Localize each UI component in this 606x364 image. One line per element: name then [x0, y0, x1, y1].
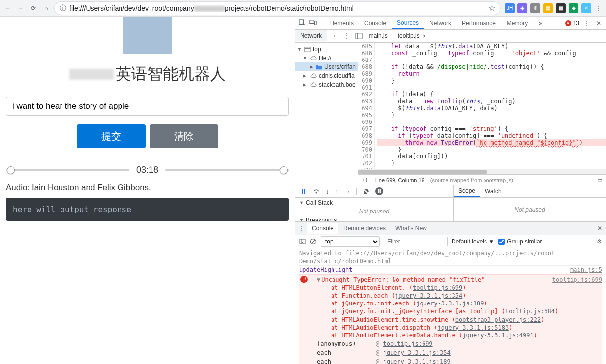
tabs-overflow-icon[interactable]: » [534, 18, 547, 29]
tab-elements[interactable]: Elements [324, 18, 359, 29]
tree-item-users[interactable]: ▶Users/crifan [295, 62, 358, 71]
stack-link[interactable]: tooltip.js:699 [413, 284, 462, 291]
slider-right[interactable] [165, 169, 289, 171]
step-into-button[interactable]: ↓ [326, 188, 329, 195]
back-button[interactable]: ← [4, 4, 12, 12]
error-count[interactable]: ✕ 13 [565, 20, 579, 27]
device-icon[interactable] [308, 19, 318, 27]
console-settings-icon[interactable]: ⚙ [597, 238, 602, 245]
tab-sources[interactable]: Sources [392, 17, 424, 29]
ext-icon-5[interactable]: ▩ [556, 3, 566, 13]
home-button[interactable]: ⌂ [42, 4, 50, 12]
step-over-button[interactable] [313, 188, 320, 195]
console-filter-input[interactable] [384, 237, 448, 246]
ext-icon-1[interactable]: JH [505, 3, 515, 13]
pane-menu-icon[interactable]: ⋮ [340, 32, 352, 39]
drawer-tab-remote[interactable]: Remote devices [338, 223, 391, 234]
sources-pane-tab[interactable]: Network [295, 30, 327, 41]
browser-menu-icon[interactable]: ⋮ [594, 4, 602, 12]
console-sidebar-toggle-icon[interactable] [299, 238, 306, 245]
ext-icon-2[interactable]: ◉ [517, 3, 527, 13]
stack-link[interactable]: jquery-3.3.1.js:354 [395, 292, 462, 299]
anon-link[interactable]: jquery-3.3.1.js:189 [383, 358, 450, 364]
svg-point-9 [316, 192, 317, 194]
ext-icon-7[interactable]: ✕ [581, 3, 591, 13]
clear-button[interactable]: 清除 [150, 124, 218, 148]
anon-link[interactable]: jquery-3.3.1.js:354 [383, 349, 450, 356]
console-output[interactable]: Navigated to file:///Users/crifan/dev/de… [295, 248, 606, 364]
nav-link[interactable]: Demo/static/robotDemo.html [299, 257, 392, 265]
tree-item-cdnjs[interactable]: ▶cdnjs.cloudfla [295, 71, 358, 80]
code-horizontal-scrollbar[interactable] [358, 169, 606, 174]
sidebar-toggle-icon[interactable] [354, 32, 364, 40]
source-map-info: (source mapped from bootstrap.js) [430, 177, 513, 183]
drawer-tab-console[interactable]: Console [307, 223, 338, 234]
tab-scope[interactable]: Scope [454, 185, 480, 197]
step-button[interactable]: → [344, 188, 350, 195]
tree-item-top[interactable]: ▼top [295, 45, 358, 54]
inspect-icon[interactable] [297, 19, 307, 27]
reload-button[interactable]: ⟳ [30, 4, 37, 12]
not-paused-message: Not paused [454, 198, 606, 221]
query-input[interactable] [6, 97, 289, 116]
stack-link[interactable]: jquery-3.3.1.js:4991 [462, 332, 534, 339]
step-out-button[interactable]: ↑ [335, 188, 338, 195]
drawer-close-icon[interactable]: ✕ [593, 225, 606, 232]
star-icon[interactable]: ☆ [488, 3, 495, 13]
coverage-icon[interactable]: ▭ [597, 177, 602, 183]
stack-frame: at HTMLButtonElement. (tooltip.js:699) [299, 284, 602, 292]
stack-frame: at HTMLAudioElement.elemData.handle (jqu… [299, 332, 602, 339]
code-content[interactable]: let data = $(this).data(DATA_KEY) const … [375, 43, 606, 169]
submit-button[interactable]: 提交 [77, 124, 146, 148]
call-stack-header[interactable]: ▼Call Stack [295, 198, 453, 208]
svg-rect-8 [304, 189, 305, 194]
extension-icons: JH ◉ ❋ ▦ ▩ ◆ ✕ ⋮ [505, 3, 602, 13]
group-similar-checkbox[interactable]: Group similar [498, 238, 542, 245]
tab-network[interactable]: Network [424, 18, 456, 29]
tab-console[interactable]: Console [360, 18, 391, 29]
pause-button[interactable] [300, 188, 307, 195]
error-icon: ✕ [565, 20, 571, 26]
slider-handle-right[interactable] [280, 166, 288, 174]
pane-overflow-icon[interactable]: » [327, 30, 340, 41]
svg-rect-2 [314, 21, 316, 25]
stack-link[interactable]: tooltip.js:684 [505, 308, 555, 315]
deactivate-breakpoints-button[interactable] [363, 188, 369, 195]
close-icon[interactable]: × [423, 32, 426, 40]
scroll-thumb[interactable] [358, 170, 487, 174]
file-tab-main[interactable]: main.js [364, 30, 393, 41]
format-icon[interactable]: {} [362, 177, 368, 183]
stack-link[interactable]: bootstrap3_player.js:222 [455, 316, 541, 323]
log-levels-dropdown[interactable]: Default levels ▼ [452, 238, 494, 245]
log-message: updateHighlight [299, 266, 352, 273]
tab-memory[interactable]: Memory [502, 18, 533, 29]
devtools-menu-icon[interactable]: ⋮ [580, 20, 592, 27]
pause-on-exceptions-button[interactable] [375, 187, 383, 195]
slider-left[interactable] [6, 169, 129, 171]
tab-watch[interactable]: Watch [480, 186, 507, 197]
tab-performance[interactable]: Performance [457, 18, 501, 29]
log-source[interactable]: main.js:5 [570, 266, 602, 273]
stack-link[interactable]: jquery-3.3.1.js:189 [416, 300, 484, 307]
devtools-close-icon[interactable]: ✕ [593, 20, 604, 27]
tree-item-file[interactable]: ▼file:// [295, 54, 358, 62]
anon-row: each@ jquery-3.3.1.js:189 [299, 357, 602, 364]
ext-icon-4[interactable]: ▦ [543, 3, 553, 13]
slider-handle-left[interactable] [7, 166, 15, 174]
tree-item-stackpath[interactable]: ▶stackpath.boo [295, 80, 358, 89]
devtools-panel: Elements Console Sources Network Perform… [295, 17, 606, 364]
anon-link[interactable]: tooltip.js:699 [383, 340, 432, 347]
file-tab-tooltip[interactable]: tooltip.js× [393, 30, 432, 42]
ext-icon-6[interactable]: ◆ [569, 3, 578, 13]
stack-link[interactable]: jquery-3.3.1.js:5183 [438, 324, 509, 331]
error-source[interactable]: tooltip.js:699 [552, 276, 602, 284]
ext-icon-3[interactable]: ❋ [530, 3, 540, 13]
console-drawer-tabs: ⋮ Console Remote devices What's New ✕ [295, 222, 606, 235]
context-select[interactable]: top [321, 236, 380, 247]
clear-console-icon[interactable] [310, 238, 317, 245]
drawer-menu-icon[interactable]: ⋮ [295, 225, 307, 232]
forward-button[interactable]: → [17, 4, 25, 12]
address-bar[interactable]: ⓘ file:///Users/crifan/dev/dev_root/comp… [54, 1, 501, 15]
drawer-tab-whatsnew[interactable]: What's New [391, 223, 432, 234]
console-toolbar: top Default levels ▼ Group similar ⚙ [295, 235, 606, 248]
